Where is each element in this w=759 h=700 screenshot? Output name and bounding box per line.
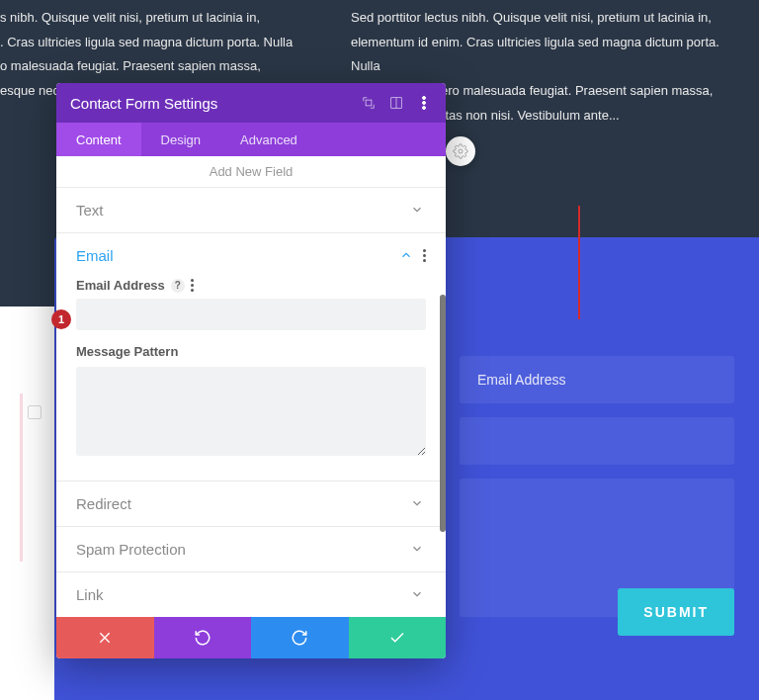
section-spam[interactable]: Spam Protection [56,526,446,571]
svg-point-5 [423,102,426,105]
add-new-field[interactable]: Add New Field [56,156,446,187]
chevron-down-icon [410,587,426,603]
dock-icon[interactable] [388,95,404,111]
svg-point-4 [423,97,426,100]
chevron-down-icon [410,203,426,219]
left-white-panel [0,306,54,700]
undo-button[interactable] [154,617,252,658]
help-icon[interactable]: ? [171,279,185,293]
section-label-link: Link [76,586,104,603]
message-pattern-label: Message Pattern [76,344,426,359]
modal-body: Add New Field Text Email Email Address ?… [56,156,446,617]
tab-design[interactable]: Design [141,123,220,156]
section-label-spam: Spam Protection [76,541,186,558]
svg-point-6 [423,107,426,110]
chevron-down-icon [410,542,426,558]
email-preview-input[interactable] [460,356,734,403]
chevron-down-icon [410,496,426,512]
email-address-label: Email Address [76,278,165,293]
email-address-label-row: Email Address ? [76,278,426,293]
email-section-body: Email Address ? Message Pattern [56,278,446,481]
cancel-button[interactable] [56,617,154,658]
annotation-arrow [578,206,580,319]
section-more-icon[interactable] [423,249,426,262]
expand-icon[interactable] [361,95,377,111]
chevron-up-icon [399,248,415,264]
svg-rect-1 [366,100,372,106]
checkbox[interactable] [28,405,42,419]
save-button[interactable] [349,617,447,658]
tab-content[interactable]: Content [56,123,141,156]
section-email[interactable]: Email [56,232,446,278]
divider-line [20,394,23,562]
modal-footer [56,617,446,658]
section-link[interactable]: Link [56,571,446,617]
tab-advanced[interactable]: Advanced [220,123,317,156]
preview-input-2[interactable] [460,417,734,465]
email-address-input[interactable] [76,299,426,330]
submit-button[interactable]: SUBMIT [618,588,734,636]
modal-header: Contact Form Settings [56,83,446,123]
settings-floating-icon[interactable] [446,136,475,166]
section-label-email: Email [76,247,114,264]
modal-title: Contact Form Settings [70,95,361,112]
modal-tabs: Content Design Advanced [56,123,446,156]
annotation-marker-1: 1 [51,309,71,329]
message-pattern-input[interactable] [76,367,426,456]
more-icon[interactable] [416,95,432,111]
scrollbar-thumb[interactable] [440,295,446,532]
section-text[interactable]: Text [56,187,446,232]
svg-point-0 [459,149,463,153]
redo-button[interactable] [251,617,349,658]
section-label-redirect: Redirect [76,495,131,512]
settings-modal: Contact Form Settings Content Design Adv… [56,83,446,658]
section-label-text: Text [76,202,104,219]
section-redirect[interactable]: Redirect [56,481,446,526]
field-more-icon[interactable] [191,279,194,292]
